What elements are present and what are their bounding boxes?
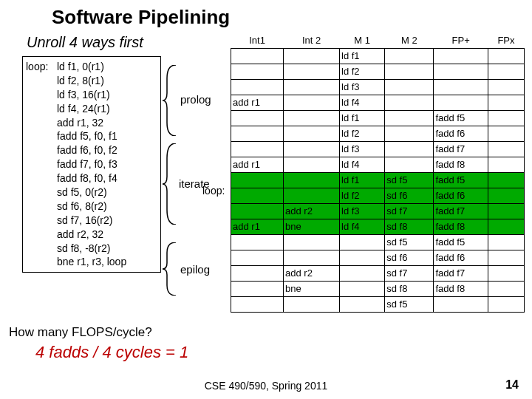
table-cell: ld f2 [340,126,385,141]
brace-label-prolog: prolog [180,93,211,106]
table-row: add r1ld f4 [231,95,525,110]
table-row: sd f5 [231,296,525,312]
table-cell [488,250,524,265]
loop-line: ld f2, 8(r1) [26,74,156,88]
table-cell: sd f5 [385,234,434,250]
subtitle: Unroll 4 ways first [27,34,143,51]
schedule-table: Int1Int 2M 1M 2FP+FPx ld f1ld f2ld f3add… [231,33,525,313]
table-cell: sd f8 [385,281,434,296]
loop-line: fadd f8, f0, f4 [26,171,156,185]
table-row: ld f3fadd f7 [231,141,525,157]
table-cell: bne [284,281,340,296]
table-cell [231,265,284,281]
table-cell [340,234,385,250]
table-row: add r2sd f7fadd f7 [231,265,525,281]
col-header: FP+ [434,33,488,48]
loop-line: sd f6, 8(r2) [26,200,156,214]
table-cell [284,157,340,172]
table-row: add r1bneld f4sd f8fadd f8 [231,219,525,234]
table-cell: fadd f8 [434,281,488,296]
table-cell: ld f3 [340,79,385,95]
loop-line: add r1, 32 [26,116,156,130]
loop-line: sd f8, -8(r2) [26,242,156,256]
table-cell [385,79,434,95]
table-cell [434,296,488,312]
table-cell: fadd f8 [434,219,488,234]
table-cell: sd f7 [385,203,434,219]
table-cell [488,79,524,95]
table-cell [340,250,385,265]
table-row: add r1ld f4fadd f8 [231,157,525,172]
table-cell [340,296,385,312]
table-cell [488,296,524,312]
table-cell: add r2 [284,203,340,219]
table-cell [340,281,385,296]
table-cell: fadd f6 [434,188,488,203]
table-cell [385,110,434,126]
table-cell: add r1 [231,95,284,110]
table-cell [488,126,524,141]
table-row: ld f2fadd f6 [231,126,525,141]
table-cell [231,110,284,126]
answer-text: 4 fadds / 4 cycles = 1 [35,343,188,362]
table-cell [231,64,284,79]
table-cell: ld f4 [340,157,385,172]
table-cell [231,234,284,250]
table-cell [231,48,284,64]
table-row: ld f1fadd f5 [231,110,525,126]
table-cell [488,265,524,281]
table-cell [488,203,524,219]
table-cell [284,95,340,110]
table-cell [284,234,340,250]
table-row: sd f6fadd f6 [231,250,525,265]
table-cell [488,219,524,234]
loop-line: sd f7, 16(r2) [26,214,156,228]
table-cell [284,48,340,64]
table-cell [385,95,434,110]
table-cell [385,141,434,157]
table-cell [385,48,434,64]
table-cell: fadd f7 [434,203,488,219]
loop-line: add r2, 32 [26,228,156,242]
table-cell [340,265,385,281]
loop-line: bne r1, r3, loop [26,255,156,269]
table-row: ld f1sd f5fadd f5 [231,172,525,188]
table-cell: fadd f6 [434,126,488,141]
table-row: ld f3 [231,79,525,95]
loop-line: sd f5, 0(r2) [26,185,156,200]
table-cell [488,157,524,172]
col-header: M 2 [385,33,434,48]
table-cell: fadd f5 [434,172,488,188]
table-cell [231,126,284,141]
table-cell [231,203,284,219]
table-cell [434,95,488,110]
loop-line: ld f4, 24(r1) [26,102,156,116]
table-cell: add r1 [231,219,284,234]
table-cell [231,250,284,265]
table-cell [434,64,488,79]
table-cell: fadd f5 [434,110,488,126]
table-cell [284,188,340,203]
table-cell: fadd f7 [434,265,488,281]
table-cell [284,79,340,95]
loop-line: fadd f6, f0, f2 [26,143,156,157]
table-row: ld f2 [231,64,525,79]
table-cell [488,110,524,126]
table-cell: add r1 [231,157,284,172]
table-cell [231,188,284,203]
table-cell: fadd f5 [434,234,488,250]
question-text: How many FLOPS/cycle? [9,325,152,340]
table-cell: sd f5 [385,172,434,188]
col-header: Int 2 [284,33,340,48]
table-cell: sd f7 [385,265,434,281]
table-cell [284,110,340,126]
table-cell [231,141,284,157]
table-cell: fadd f7 [434,141,488,157]
table-cell [488,281,524,296]
loop-line: ld f3, 16(r1) [26,88,156,102]
table-cell: fadd f8 [434,157,488,172]
table-cell: ld f2 [340,188,385,203]
table-cell [488,234,524,250]
table-cell [284,296,340,312]
table-cell [284,250,340,265]
